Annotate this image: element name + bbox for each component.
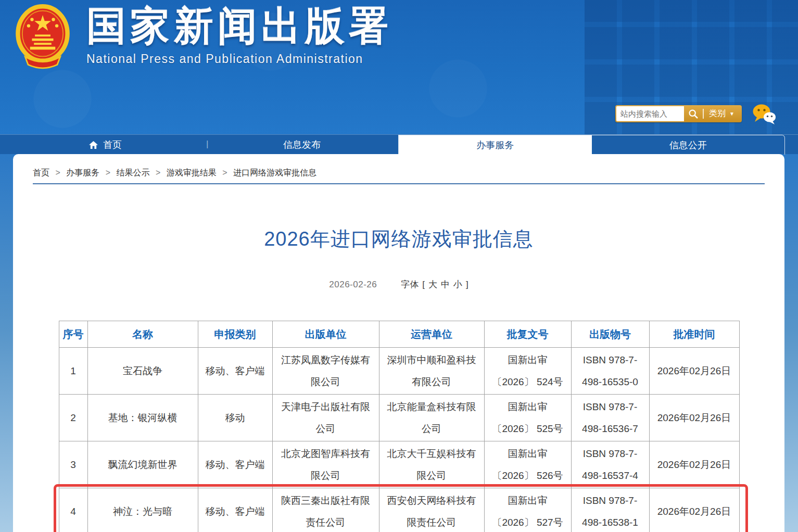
table-cell: 2026年02月26日 [649,488,739,532]
table-row: 2 基地：银河纵横 移动 天津电子出版社有限 公司 北京能量盒科技有限 公司 国… [59,395,739,441]
table-cell: 移动 [198,395,272,441]
breadcrumb-home[interactable]: 首页 [33,168,49,177]
col-operator: 运营单位 [379,321,484,348]
nav-tab-services[interactable]: 办事服务 [399,135,592,155]
nav-disclosure-label: 信息公开 [669,139,707,151]
table-cell: 北京能量盒科技有限 公司 [379,395,484,441]
article-meta: 2026-02-26 字体 [ 大 中 小 ] [33,278,765,290]
font-size-control: 字体 [ 大 中 小 ] [401,278,468,290]
table-cell: ISBN 978-7- 498-16537-4 [571,441,649,488]
breadcrumb-divider [33,183,765,184]
font-size-bracket-open: [ [422,280,425,290]
nav-services-label: 办事服务 [476,139,514,151]
national-emblem-icon [14,3,72,72]
col-category: 申报类别 [198,321,272,348]
site-search: 类别 ▼ [615,105,742,122]
font-size-label: 字体 [401,278,419,290]
table-cell: 国新出审 〔2026〕 527号 [484,488,571,532]
font-size-small[interactable]: 小 [453,278,462,290]
breadcrumb-results[interactable]: 结果公示 [117,168,150,177]
breadcrumb-current: 进口网络游戏审批信息 [233,168,316,177]
table-cell: 移动、客户端 [198,441,272,488]
col-publisher: 出版单位 [272,321,379,348]
breadcrumb: 首页 > 办事服务 > 结果公示 > 游戏审批结果 > 进口网络游戏审批信息 [33,168,765,179]
home-icon [88,141,98,149]
table-cell: 北京大千互娱科技有 限公司 [379,441,484,488]
table-cell: 2026年02月26日 [649,348,739,395]
content-panel: 首页 > 办事服务 > 结果公示 > 游戏审批结果 > 进口网络游戏审批信息 2… [13,154,784,532]
col-name: 名称 [87,321,198,348]
table-cell: ISBN 978-7- 498-16538-1 [571,488,649,532]
table-cell: 西安创天网络科技有 限责任公司 [379,488,484,532]
table-cell: 2026年02月26日 [649,441,739,488]
nav-tab-disclosure[interactable]: 信息公开 [592,135,785,155]
font-size-large[interactable]: 大 [428,278,437,290]
table-cell: 北京龙图智库科技有 限公司 [272,441,379,488]
table-cell: 国新出审 〔2026〕 526号 [484,441,571,488]
table-cell: 2 [59,395,87,441]
font-size-bracket-close: ] [466,280,468,290]
table-cell: 陕西三秦出版社有限 责任公司 [272,488,379,532]
search-input[interactable] [616,106,684,121]
nav-tab-group: 办事服务 信息公开 [398,135,785,155]
search-button[interactable] [684,106,703,121]
table-header-row: 序号 名称 申报类别 出版单位 运营单位 批复文号 出版物号 批准时间 [59,321,739,348]
nav-item-info-release[interactable]: 信息发布 [239,135,364,155]
nav-info-label: 信息发布 [283,138,321,151]
breadcrumb-separator: > [55,168,60,177]
col-index: 序号 [59,321,87,348]
nav-home-label: 首页 [103,138,122,151]
table-cell: ISBN 978-7- 498-16536-7 [571,395,649,441]
table-cell: 神泣：光与暗 [87,488,198,532]
table-cell: 4 [59,488,87,532]
table-cell: 国新出审 〔2026〕 524号 [484,348,571,395]
page-title: 2026年进口网络游戏审批信息 [33,226,765,252]
breadcrumb-separator: > [106,168,110,177]
breadcrumb-services[interactable]: 办事服务 [66,168,99,177]
table-cell: 江苏凤凰数字传媒有 限公司 [272,348,379,395]
table-row: 3 飘流幻境新世界 移动、客户端 北京龙图智库科技有 限公司 北京大千互娱科技有… [59,441,739,488]
table-cell: 深圳市中顺和盈科技 有限公司 [379,348,484,395]
nav-separator: | [206,139,208,149]
table-cell: 国新出审 〔2026〕 525号 [484,395,571,441]
category-dropdown[interactable]: 类别 ▼ [704,106,741,121]
font-size-medium[interactable]: 中 [441,278,450,290]
table-row-highlighted: 4 神泣：光与暗 移动、客户端 陕西三秦出版社有限 责任公司 西安创天网络科技有… [59,488,739,532]
col-publication-number: 出版物号 [571,321,649,348]
category-label: 类别 [709,108,726,119]
table-cell: 基地：银河纵横 [87,395,198,441]
nav-item-home[interactable]: 首页 [88,135,122,155]
breadcrumb-separator: > [156,168,160,177]
site-branding: 国家新闻出版署 National Press and Publication A… [86,1,392,66]
table-cell: 宝石战争 [87,348,198,395]
wechat-icon[interactable] [751,103,777,125]
site-title: 国家新闻出版署 [86,1,392,51]
site-subtitle: National Press and Publication Administr… [86,52,392,66]
col-approval-number: 批复文号 [484,321,571,348]
table-cell: 天津电子出版社有限 公司 [272,395,379,441]
col-approval-date: 批准时间 [649,321,739,348]
breadcrumb-separator: > [222,168,227,177]
breadcrumb-game-approval[interactable]: 游戏审批结果 [167,168,217,177]
table-cell: 移动、客户端 [198,488,272,532]
main-nav: 首页 | 信息发布 办事服务 信息公开 [0,134,798,154]
table-row: 1 宝石战争 移动、客户端 江苏凤凰数字传媒有 限公司 深圳市中顺和盈科技 有限… [59,348,739,395]
approval-table-wrap: 序号 名称 申报类别 出版单位 运营单位 批复文号 出版物号 批准时间 1 宝石… [59,321,739,532]
publish-date: 2026-02-26 [329,280,377,290]
approval-table: 序号 名称 申报类别 出版单位 运营单位 批复文号 出版物号 批准时间 1 宝石… [59,321,740,532]
table-cell: 飘流幻境新世界 [87,441,198,488]
site-header: 国家新闻出版署 National Press and Publication A… [0,0,798,134]
table-cell: 3 [59,441,87,488]
table-cell: 2026年02月26日 [649,395,739,441]
table-cell: 1 [59,348,87,395]
search-icon [688,109,699,119]
chevron-down-icon: ▼ [729,111,734,117]
table-cell: ISBN 978-7- 498-16535-0 [571,348,649,395]
table-cell: 移动、客户端 [198,348,272,395]
